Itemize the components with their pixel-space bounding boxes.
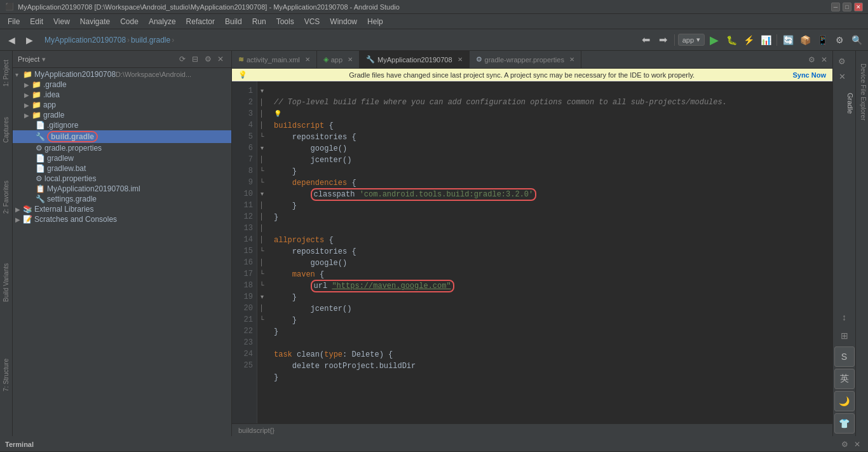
right-settings-btn[interactable]: ⚙ (834, 53, 850, 69)
project-label: Project (18, 55, 39, 63)
tree-gradle-dir[interactable]: ▶ 📁 .gradle (13, 79, 231, 90)
im-moon-btn[interactable]: 🌙 (834, 391, 855, 411)
menu-vcs[interactable]: VCS (299, 16, 325, 27)
run-button[interactable]: ▶ (707, 32, 722, 48)
menu-refactor[interactable]: Refactor (181, 16, 220, 27)
extra-btn-2[interactable]: ⊞ (836, 327, 853, 344)
toolbar-forward[interactable]: ▶ (22, 32, 37, 48)
fold-indicators: ▾││ │└▾│ └└ ▾││ ││└│ └└ ▾│└ (257, 81, 266, 423)
panel-project-label[interactable]: 1: Project (1, 57, 11, 89)
extra-tool-icons: ↕ ⊞ (833, 309, 855, 344)
terminal-controls: ⚙ ✕ (839, 439, 863, 450)
tree-local-properties[interactable]: ⚙ local.properties (13, 174, 231, 184)
menu-file[interactable]: File (3, 16, 25, 27)
tab-app[interactable]: ◈ app ✕ (317, 51, 360, 69)
window-controls[interactable]: ─ □ ✕ (831, 3, 863, 11)
breadcrumb-file[interactable]: build.gradle (131, 36, 170, 45)
tab-close-all-btn[interactable]: ✕ (818, 54, 830, 65)
tree-gradle-arrow[interactable]: ▶ (24, 81, 32, 88)
panel-captures-label[interactable]: Captures (1, 114, 11, 146)
device-file-explorer-label[interactable]: Device File Explorer (860, 64, 867, 120)
terminal-header: Terminal ⚙ ✕ (0, 437, 868, 452)
tree-app-dir[interactable]: ▶ 📁 app (13, 100, 231, 110)
panel-build-variants-label[interactable]: Build Variants (1, 261, 11, 305)
title-text: ⬛ MyApplication20190708 [D:\Workspace\An… (5, 3, 400, 11)
tab-app-close-icon[interactable]: ✕ (348, 56, 353, 63)
tree-gradle-dir2[interactable]: ▶ 📁 gradle (13, 110, 231, 120)
tree-idea-arrow[interactable]: ▶ (24, 92, 32, 99)
tab-myapp-close-icon[interactable]: ✕ (458, 56, 463, 63)
panel-favorites-label[interactable]: 2: Favorites (1, 178, 11, 216)
tab-close-icon[interactable]: ✕ (305, 56, 310, 63)
right-close-btn[interactable]: ✕ (834, 69, 850, 84)
profiler-button[interactable]: 📊 (758, 32, 773, 48)
tree-gradle-properties[interactable]: ⚙ gradle.properties (13, 143, 231, 153)
terminal-settings-btn[interactable]: ⚙ (839, 439, 850, 450)
menu-analyze[interactable]: Analyze (144, 16, 181, 27)
extra-btn-1[interactable]: ↕ (836, 309, 853, 325)
tree-gradlew[interactable]: 📄 gradlew (13, 153, 231, 163)
breadcrumb-project[interactable]: MyApplication20190708 (44, 36, 126, 45)
tree-root[interactable]: ▾ 📁 MyApplication20190708 D:\Workspace\A… (13, 69, 231, 79)
tree-root-arrow[interactable]: ▾ (15, 71, 23, 78)
menu-code[interactable]: Code (115, 16, 144, 27)
im-sogou-btn[interactable]: S (834, 346, 855, 367)
tree-iml[interactable]: 📋 MyApplication20190708.iml (13, 184, 231, 194)
gradle-panel-label[interactable]: Gradle (846, 93, 854, 114)
tree-gradle2-arrow[interactable]: ▶ (24, 112, 32, 119)
code-content[interactable]: // Top-level build file where you can ad… (266, 81, 832, 423)
menu-navigate[interactable]: Navigate (75, 16, 115, 27)
sync-files-btn[interactable]: ⟳ (177, 53, 188, 65)
bottom-breadcrumb: buildscript{} (232, 423, 832, 436)
sync-button[interactable]: 🔄 (780, 32, 796, 48)
run-coverage-button[interactable]: ⚡ (741, 32, 756, 48)
tree-gradlew-bat[interactable]: 📄 gradlew.bat (13, 163, 231, 174)
im-shirt-btn[interactable]: 👕 (834, 413, 855, 434)
tree-idea-dir[interactable]: ▶ 📁 .idea (13, 90, 231, 100)
toolbar-forward-nav[interactable]: ➡ (656, 32, 671, 48)
tab-myapp[interactable]: 🔧 MyApplication20190708 ✕ (360, 51, 469, 69)
panel-structure-label[interactable]: 7: Structure (1, 356, 11, 394)
search-button[interactable]: 🔍 (849, 32, 864, 48)
tree-gitignore[interactable]: 📄 .gitignore (13, 120, 231, 130)
menu-edit[interactable]: Edit (25, 16, 48, 27)
bottom-panel: Terminal ⚙ ✕ D:\Workspace\Android_studio… (0, 436, 868, 452)
dropdown-arrow-icon[interactable]: ▾ (42, 55, 46, 64)
tab-wrapper-close-icon[interactable]: ✕ (569, 56, 574, 63)
menu-build[interactable]: Build (220, 16, 247, 27)
toolbar-back[interactable]: ◀ (4, 32, 19, 48)
tab-controls: ⚙ ✕ (806, 54, 832, 65)
root-path: D:\Workspace\Android... (116, 71, 191, 78)
sdk-manager-button[interactable]: 📦 (797, 32, 813, 48)
tab-settings-btn[interactable]: ⚙ (806, 54, 817, 65)
notification-icon: 💡 (238, 71, 247, 79)
im-english-btn[interactable]: 英 (834, 369, 855, 389)
run-config-dropdown[interactable]: app ▾ (678, 34, 705, 46)
maximize-button[interactable]: □ (843, 3, 851, 11)
settings-button[interactable]: ⚙ (832, 32, 847, 48)
sync-now-link[interactable]: Sync Now (792, 71, 826, 79)
tree-settings-gradle[interactable]: 🔧 settings.gradle (13, 194, 231, 204)
minimize-button[interactable]: ─ (831, 3, 840, 11)
menu-help[interactable]: Help (362, 16, 388, 27)
debug-button[interactable]: 🐛 (724, 32, 739, 48)
close-button[interactable]: ✕ (854, 3, 863, 11)
menu-run[interactable]: Run (247, 16, 271, 27)
tree-build-gradle[interactable]: 🔧 build.gradle (13, 130, 231, 143)
collapse-all-btn[interactable]: ⊟ (189, 53, 201, 65)
tree-scratches[interactable]: ▶ 📝 Scratches and Consoles (13, 214, 231, 224)
tab-activity-main[interactable]: ≋ activity_main.xml ✕ (232, 51, 317, 69)
terminal-close-btn[interactable]: ✕ (851, 439, 863, 450)
menu-view[interactable]: View (48, 16, 75, 27)
menu-tools[interactable]: Tools (271, 16, 299, 27)
menu-window[interactable]: Window (325, 16, 362, 27)
notification-text: Gradle files have changed since last pro… (349, 71, 695, 79)
hide-panel-btn[interactable]: ✕ (215, 53, 226, 65)
project-settings-btn[interactable]: ⚙ (202, 53, 214, 65)
tree-app-arrow[interactable]: ▶ (24, 102, 32, 109)
tree-external-libraries[interactable]: ▶ 📚 External Libraries (13, 204, 231, 214)
tab-gradle-wrapper[interactable]: ⚙ gradle-wrapper.properties ✕ (470, 51, 581, 69)
avd-manager-button[interactable]: 📱 (815, 32, 830, 48)
toolbar-back-nav[interactable]: ⬅ (639, 32, 654, 48)
bottom-breadcrumb-text: buildscript{} (238, 427, 275, 434)
